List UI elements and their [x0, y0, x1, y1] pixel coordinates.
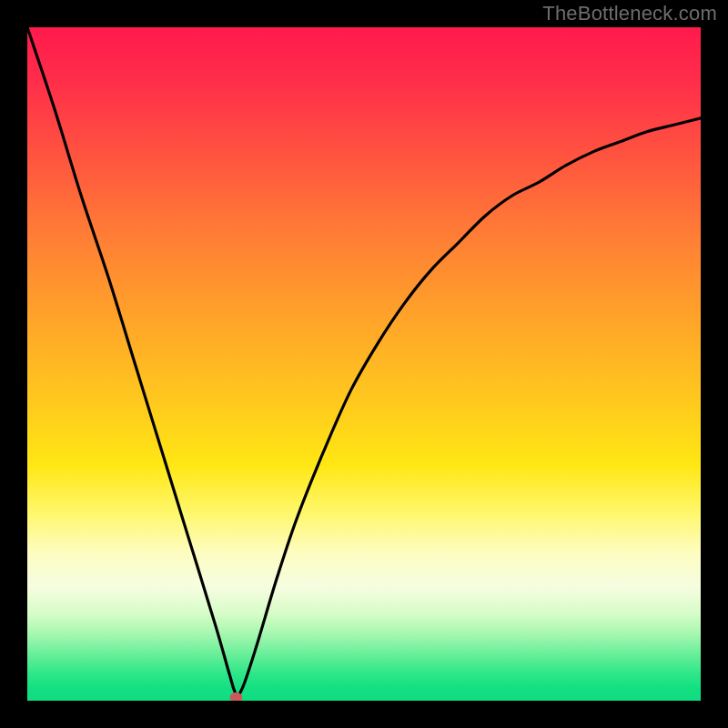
chart-frame: TheBottleneck.com [0, 0, 728, 728]
curve-svg [27, 27, 701, 701]
plot-area [27, 27, 701, 701]
watermark: TheBottleneck.com [542, 2, 717, 25]
bottleneck-curve [27, 27, 701, 695]
